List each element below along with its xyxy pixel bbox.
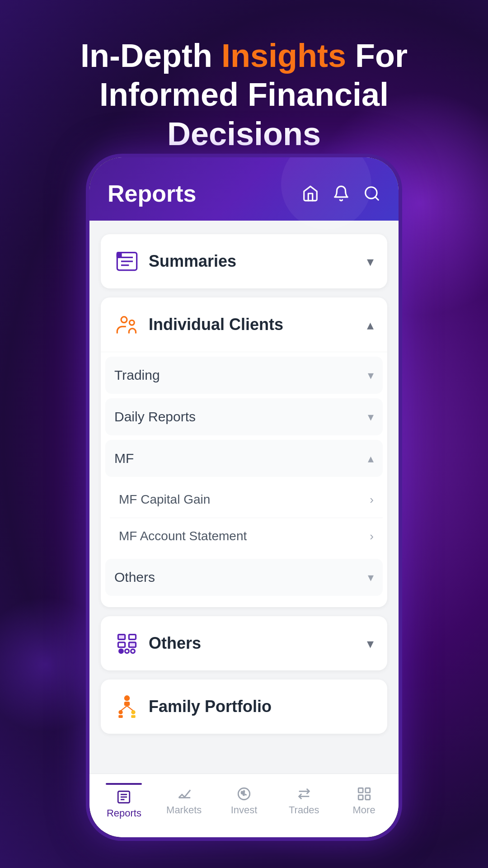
others-title: Others (149, 634, 201, 653)
mf-account-statement-arrow: › (370, 529, 374, 543)
individual-clients-card: Individual Clients ▴ Trading ▾ Daily Rep… (101, 297, 387, 607)
family-portfolio-icon (114, 694, 140, 719)
others-icon (114, 631, 140, 656)
others-card: Others ▾ (101, 616, 387, 670)
reports-nav-label: Reports (107, 807, 141, 819)
others-left: Others (114, 631, 201, 656)
nav-trades[interactable]: Trades (274, 786, 334, 816)
summaries-title: Summaries (149, 252, 236, 271)
others-header[interactable]: Others ▾ (101, 616, 387, 670)
svg-rect-10 (129, 635, 136, 640)
svg-rect-23 (131, 715, 135, 718)
summaries-icon (114, 249, 140, 274)
individual-clients-left: Individual Clients (114, 312, 283, 337)
svg-rect-9 (118, 635, 125, 640)
nav-invest[interactable]: ₹ Invest (214, 786, 274, 816)
individual-clients-sub-items: Trading ▾ Daily Reports ▾ MF ▴ (101, 357, 387, 607)
individual-clients-header[interactable]: Individual Clients ▴ (101, 297, 387, 352)
app-header: Reports (89, 157, 399, 221)
daily-reports-label: Daily Reports (114, 409, 196, 425)
others-chevron: ▾ (367, 636, 374, 651)
mf-capital-gain-arrow: › (370, 493, 374, 507)
hero-section: In-Depth Insights For Informed Financial… (0, 0, 488, 176)
bell-icon[interactable] (333, 185, 350, 202)
svg-point-15 (131, 649, 135, 653)
trades-nav-icon (296, 786, 312, 802)
family-portfolio-left: Family Portfolio (114, 694, 272, 719)
svg-rect-11 (118, 642, 125, 647)
svg-rect-12 (129, 642, 136, 647)
summaries-left: Summaries (114, 249, 236, 274)
svg-rect-36 (365, 795, 370, 800)
svg-rect-17 (124, 702, 130, 706)
reports-nav-icon (116, 789, 131, 805)
svg-point-13 (119, 649, 123, 653)
svg-line-1 (375, 197, 378, 200)
trades-nav-label: Trades (289, 804, 319, 816)
mf-sub-items: MF Capital Gain › MF Account Statement › (110, 481, 383, 554)
trading-label: Trading (114, 368, 160, 383)
hero-line2: Informed Financial Decisions (99, 76, 389, 151)
trading-item[interactable]: Trading ▾ (105, 357, 383, 394)
nav-markets[interactable]: Markets (154, 786, 214, 816)
svg-text:₹: ₹ (241, 791, 244, 796)
svg-rect-6 (117, 253, 121, 258)
svg-point-20 (118, 710, 122, 714)
mf-account-statement-label: MF Account Statement (119, 529, 247, 543)
summaries-card: Summaries ▾ (101, 234, 387, 288)
family-portfolio-header[interactable]: Family Portfolio (101, 679, 387, 734)
svg-point-14 (125, 649, 129, 653)
phone-screen: Reports (89, 157, 399, 837)
mf-chevron: ▴ (368, 452, 374, 466)
mf-capital-gain-label: MF Capital Gain (119, 492, 210, 507)
more-nav-icon (357, 786, 372, 802)
svg-line-18 (121, 706, 127, 711)
nav-reports[interactable]: Reports (94, 783, 154, 819)
others-inner-label: Others (114, 570, 155, 585)
more-nav-label: More (353, 804, 375, 816)
svg-rect-21 (118, 715, 122, 718)
app-content: Summaries ▾ (89, 221, 399, 774)
markets-nav-icon (176, 786, 192, 802)
invest-nav-icon: ₹ (236, 786, 252, 802)
mf-label: MF (114, 451, 134, 466)
mf-item[interactable]: MF ▴ (105, 440, 383, 477)
mf-capital-gain-item[interactable]: MF Capital Gain › (110, 481, 383, 518)
hero-highlight: Insights (221, 38, 346, 74)
svg-rect-33 (358, 788, 363, 793)
daily-reports-chevron: ▾ (368, 410, 374, 424)
phone-frame: Reports (86, 154, 402, 841)
reports-active-indicator (106, 783, 142, 785)
header-icons (302, 185, 380, 202)
search-icon[interactable] (363, 185, 380, 202)
hero-title: In-Depth Insights For Informed Financial… (27, 36, 461, 153)
individual-clients-title: Individual Clients (149, 315, 283, 334)
app-title: Reports (108, 180, 196, 207)
others-inner-chevron: ▾ (368, 571, 374, 585)
individual-clients-chevron: ▴ (367, 317, 374, 333)
nav-more[interactable]: More (334, 786, 394, 816)
family-portfolio-title: Family Portfolio (149, 697, 272, 716)
mf-account-statement-item[interactable]: MF Account Statement › (110, 518, 383, 554)
svg-point-8 (129, 320, 134, 325)
bottom-nav: Reports Markets ₹ (89, 774, 399, 837)
hero-line1: In-Depth Insights For (80, 38, 408, 74)
svg-line-19 (127, 706, 133, 711)
summaries-chevron: ▾ (367, 254, 374, 269)
home-icon[interactable] (302, 185, 319, 202)
trading-chevron: ▾ (368, 368, 374, 382)
others-inner-item[interactable]: Others ▾ (105, 559, 383, 596)
family-portfolio-card: Family Portfolio (101, 679, 387, 734)
svg-point-16 (124, 695, 130, 701)
summaries-header[interactable]: Summaries ▾ (101, 234, 387, 288)
individual-clients-icon (114, 312, 140, 337)
svg-rect-34 (365, 788, 370, 793)
markets-nav-label: Markets (166, 804, 202, 816)
invest-nav-label: Invest (231, 804, 258, 816)
svg-point-7 (121, 317, 127, 323)
svg-point-22 (131, 710, 135, 714)
svg-rect-35 (358, 795, 363, 800)
daily-reports-item[interactable]: Daily Reports ▾ (105, 398, 383, 435)
